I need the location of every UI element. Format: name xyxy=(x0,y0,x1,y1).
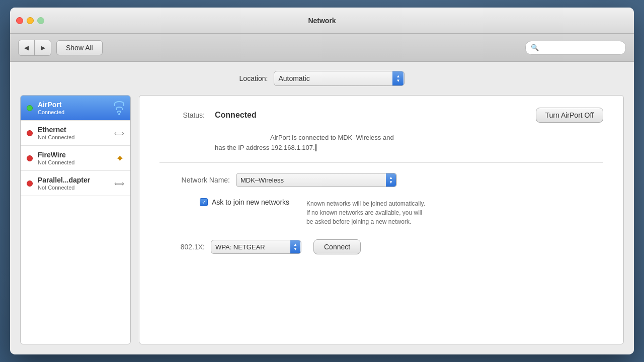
divider xyxy=(159,162,603,163)
content-area: Location: Automatic ▲ ▼ AirPort Connecte… xyxy=(10,62,634,354)
traffic-lights xyxy=(16,17,44,24)
dot1x-value: WPA: NETGEAR xyxy=(215,243,290,251)
sidebar: AirPort Connected Ethernet No xyxy=(20,95,131,344)
location-arrows: ▲ ▼ xyxy=(392,71,404,85)
parallel-name: Parallel...dapter xyxy=(38,176,109,184)
join-networks-label: Ask to join new networks xyxy=(212,198,289,206)
status-value: Connected xyxy=(215,111,526,120)
sidebar-item-ethernet[interactable]: Ethernet Not Connected ⟺ xyxy=(21,121,130,146)
wifi-icon xyxy=(114,101,124,115)
parallel-status: Not Connected xyxy=(38,185,109,191)
ethernet-name: Ethernet xyxy=(38,126,109,134)
firewire-name: FireWire xyxy=(38,151,111,159)
firewire-icon: ✦ xyxy=(116,152,124,164)
main-panel: AirPort Connected Ethernet No xyxy=(10,95,634,354)
window-title: Network xyxy=(308,17,336,25)
forward-button[interactable]: ▶ xyxy=(35,40,51,55)
checkbox-wrap: ✓ Ask to join new networks xyxy=(200,198,289,206)
firewire-status: Not Connected xyxy=(38,159,111,165)
network-name-arrows: ▲ ▼ xyxy=(386,173,396,187)
network-name-value: MDK–Wireless xyxy=(240,176,386,184)
search-icon: 🔍 xyxy=(531,44,539,51)
main-window: Network ◀ ▶ Show All 🔍 Location: Automat… xyxy=(10,8,634,354)
ethernet-icon: ⟺ xyxy=(114,129,124,137)
maximize-button[interactable] xyxy=(37,17,44,24)
join-networks-checkbox[interactable]: ✓ xyxy=(200,198,208,206)
status-dot-red-pa xyxy=(27,180,33,187)
network-name-label: Network Name: xyxy=(159,176,230,184)
dot1x-label: 802.1X: xyxy=(159,243,205,251)
minimize-button[interactable] xyxy=(27,17,34,24)
sidebar-item-parallel[interactable]: Parallel...dapter Not Connected ⟺ xyxy=(21,171,130,196)
location-row: Location: Automatic ▲ ▼ xyxy=(10,62,634,95)
nav-buttons: ◀ ▶ xyxy=(18,40,51,56)
join-networks-description: Known networks will be joined automatica… xyxy=(306,199,425,226)
airport-status: Connected xyxy=(38,109,109,115)
status-description: AirPort is connected to MDK–Wireless and… xyxy=(215,133,603,152)
dot1x-arrows: ▲ ▼ xyxy=(290,240,300,253)
location-label: Location: xyxy=(239,74,268,82)
network-name-select[interactable]: MDK–Wireless ▲ ▼ xyxy=(236,173,397,187)
status-label: Status: xyxy=(159,111,205,119)
titlebar: Network xyxy=(10,8,634,34)
location-value: Automatic xyxy=(278,74,392,82)
search-input[interactable] xyxy=(541,44,620,51)
checkbox-row: ✓ Ask to join new networks Known network… xyxy=(200,197,603,226)
airport-name: AirPort xyxy=(38,101,109,109)
parallel-icon: ⟺ xyxy=(114,179,124,188)
show-all-button[interactable]: Show All xyxy=(56,40,103,55)
connect-button[interactable]: Connect xyxy=(313,239,361,254)
status-dot-red-fw xyxy=(27,155,33,161)
dot1x-row: 802.1X: WPA: NETGEAR ▲ ▼ Connect xyxy=(159,239,603,254)
search-bar: 🔍 xyxy=(525,41,626,55)
text-cursor xyxy=(315,144,316,151)
sidebar-item-firewire[interactable]: FireWire Not Connected ✦ xyxy=(21,146,130,171)
network-name-row: Network Name: MDK–Wireless ▲ ▼ xyxy=(159,173,603,187)
ethernet-status: Not Connected xyxy=(38,134,109,140)
back-button[interactable]: ◀ xyxy=(19,40,35,55)
detail-panel: Status: Connected Turn AirPort Off AirPo… xyxy=(139,95,624,344)
sidebar-item-airport[interactable]: AirPort Connected xyxy=(21,96,130,121)
status-dot-green xyxy=(27,105,33,111)
toolbar: ◀ ▶ Show All 🔍 xyxy=(10,34,634,62)
location-select[interactable]: Automatic ▲ ▼ xyxy=(274,71,405,86)
firewire-text: FireWire Not Connected xyxy=(38,151,111,165)
status-dot-red-eth xyxy=(27,130,33,136)
dot1x-select[interactable]: WPA: NETGEAR ▲ ▼ xyxy=(211,240,301,254)
parallel-text: Parallel...dapter Not Connected xyxy=(38,176,109,191)
ethernet-text: Ethernet Not Connected xyxy=(38,126,109,140)
turn-airport-off-button[interactable]: Turn AirPort Off xyxy=(536,108,603,123)
status-description-text: AirPort is connected to MDK–Wireless and… xyxy=(215,134,394,151)
airport-text: AirPort Connected xyxy=(38,101,109,115)
close-button[interactable] xyxy=(16,17,23,24)
status-row: Status: Connected Turn AirPort Off xyxy=(159,108,603,123)
